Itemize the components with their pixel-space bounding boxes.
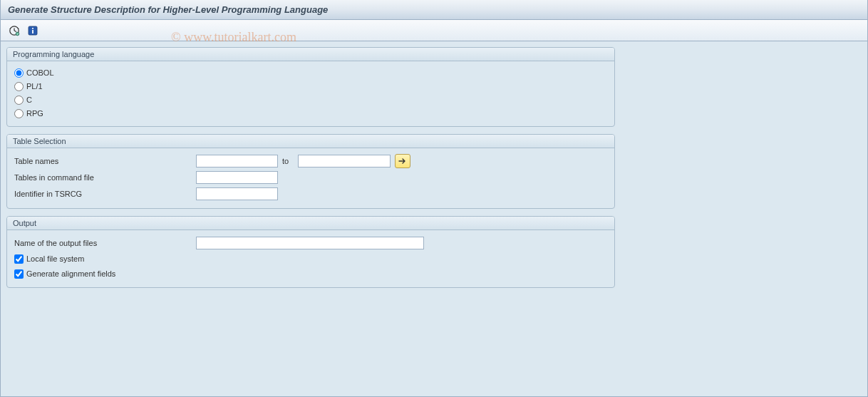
radio-pl1[interactable] xyxy=(14,82,24,91)
info-icon xyxy=(27,25,38,36)
input-cmdfile[interactable] xyxy=(196,171,278,184)
label-output-name: Name of the output files xyxy=(14,239,196,247)
radio-rpg-label[interactable]: RPG xyxy=(26,109,43,118)
svg-rect-6 xyxy=(32,30,33,33)
checkbox-local-fs-label[interactable]: Local file system xyxy=(26,254,84,263)
multiple-selection-button[interactable] xyxy=(395,154,410,168)
label-to: to xyxy=(278,157,298,165)
group-output: Output Name of the output files Local fi… xyxy=(6,216,615,288)
input-table-names-from[interactable] xyxy=(196,155,278,167)
label-table-names: Table names xyxy=(14,157,196,165)
radio-c-label[interactable]: C xyxy=(26,96,32,104)
page-title-bar: Generate Structure Description for Highe… xyxy=(0,0,868,20)
group-table-selection: Table Selection Table names to Tables in… xyxy=(6,134,615,209)
svg-rect-5 xyxy=(32,28,33,29)
radio-c[interactable] xyxy=(14,96,24,105)
arrow-right-icon xyxy=(398,157,408,165)
label-cmdfile: Tables in command file xyxy=(14,173,196,182)
page-title: Generate Structure Description for Highe… xyxy=(8,4,328,15)
radio-cobol[interactable] xyxy=(14,68,24,78)
radio-cobol-label[interactable]: COBOL xyxy=(26,68,54,77)
svg-line-2 xyxy=(14,31,16,32)
checkbox-local-fs[interactable] xyxy=(14,254,24,264)
input-table-names-to[interactable] xyxy=(298,155,391,167)
execute-button[interactable] xyxy=(6,23,22,38)
group-header-table: Table Selection xyxy=(7,135,614,148)
checkbox-align-label[interactable]: Generate alignment fields xyxy=(26,269,115,278)
label-identifier: Identifier in TSRCG xyxy=(14,190,196,198)
checkbox-align[interactable] xyxy=(14,269,24,279)
input-identifier[interactable] xyxy=(196,187,278,200)
execute-clock-icon xyxy=(9,25,20,36)
input-output-name[interactable] xyxy=(196,237,424,249)
group-header-lang: Programming language xyxy=(7,48,614,61)
toolbar xyxy=(0,20,868,41)
radio-pl1-label[interactable]: PL/1 xyxy=(26,82,43,91)
content-area: Programming language COBOL PL/1 C RPG Ta… xyxy=(0,41,868,397)
group-programming-language: Programming language COBOL PL/1 C RPG xyxy=(6,47,615,127)
group-header-output: Output xyxy=(7,217,614,230)
radio-rpg[interactable] xyxy=(14,109,24,118)
info-button[interactable] xyxy=(25,23,41,38)
